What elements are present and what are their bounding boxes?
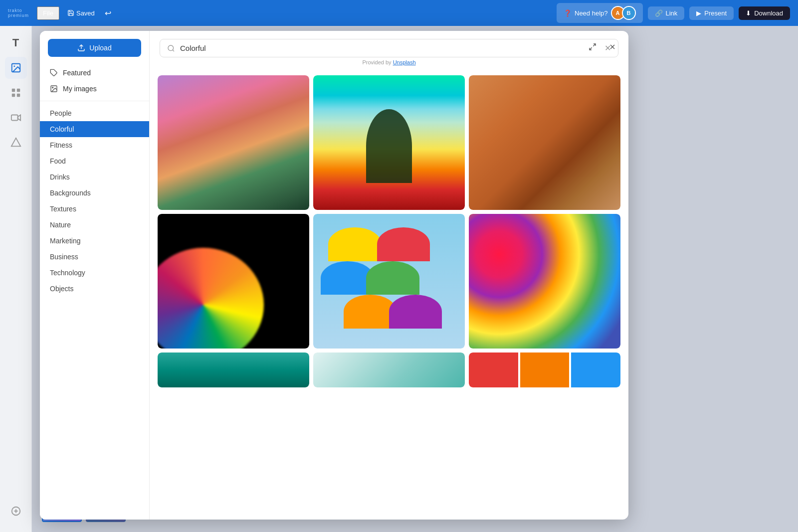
- panel-sidebar: Upload Featured My images People: [40, 31, 150, 520]
- navbar: trakto premium File Saved ↩ ❓ Need help?…: [0, 0, 798, 26]
- expand-icon: [589, 43, 597, 51]
- featured-item[interactable]: Featured: [40, 65, 149, 81]
- image-grid-inner: [158, 75, 620, 387]
- sidebar-item-people[interactable]: People: [40, 105, 149, 121]
- svg-line-18: [590, 47, 592, 50]
- image-tool[interactable]: [5, 57, 27, 79]
- download-icon: ⬇: [746, 9, 751, 17]
- image-placeholder-8: [313, 353, 465, 387]
- present-button[interactable]: ▶ Present: [689, 6, 734, 20]
- text-icon: T: [12, 36, 19, 49]
- link-icon: 🔗: [655, 9, 663, 17]
- sidebar-item-colorful[interactable]: Colorful: [40, 121, 149, 137]
- panel-controls: [585, 39, 620, 55]
- sidebar-divider: [40, 101, 149, 101]
- tag-icon: [50, 69, 58, 77]
- help-button[interactable]: ❓ Need help? A B: [557, 3, 643, 23]
- my-images-item[interactable]: My images: [40, 81, 149, 97]
- app-logo: trakto premium: [8, 8, 29, 18]
- svg-line-16: [173, 50, 174, 51]
- undo-button[interactable]: ↩: [105, 8, 111, 18]
- unsplash-credit: Provided by Unsplash: [160, 57, 618, 67]
- link-label: Link: [666, 9, 678, 17]
- close-icon: [608, 43, 616, 51]
- avatar-2: B: [622, 6, 636, 20]
- svg-marker-7: [11, 138, 20, 147]
- cloud-save-icon: [67, 9, 74, 16]
- download-label: Download: [754, 9, 783, 17]
- present-icon: ▶: [696, 9, 701, 17]
- link-button[interactable]: 🔗 Link: [648, 6, 685, 20]
- app-subtitle: premium: [8, 13, 29, 18]
- svg-rect-6: [11, 115, 17, 121]
- sidebar-item-business[interactable]: Business: [40, 249, 149, 265]
- grid-image-4[interactable]: [158, 214, 309, 349]
- main-area: T: [0, 26, 798, 532]
- image-placeholder-5: [313, 214, 465, 349]
- elements-icon: [10, 87, 21, 98]
- color-swatches: [469, 353, 620, 387]
- panel-header: ✕ Provided by Unsplash: [150, 31, 628, 71]
- download-button[interactable]: ⬇ Download: [739, 6, 790, 20]
- search-bar: ✕: [160, 39, 618, 57]
- video-tool[interactable]: [5, 107, 27, 129]
- svg-rect-2: [11, 89, 14, 92]
- grid-image-5[interactable]: [313, 214, 465, 349]
- saved-label: Saved: [76, 9, 95, 17]
- sidebar-item-fitness[interactable]: Fitness: [40, 137, 149, 153]
- unsplash-link[interactable]: Unsplash: [393, 59, 416, 65]
- image-placeholder-6: [469, 214, 620, 349]
- svg-rect-3: [16, 89, 19, 92]
- more-tool[interactable]: [5, 500, 27, 522]
- grid-image-2[interactable]: [313, 75, 465, 210]
- svg-point-1: [13, 65, 15, 67]
- featured-label: Featured: [63, 69, 91, 77]
- search-input[interactable]: [180, 44, 599, 52]
- grid-image-3[interactable]: [469, 75, 620, 210]
- text-tool[interactable]: T: [5, 32, 27, 54]
- upload-label: Upload: [89, 44, 111, 52]
- shapes-icon: [10, 137, 21, 148]
- grid-image-colors[interactable]: [469, 353, 620, 387]
- saved-indicator: Saved: [67, 9, 95, 17]
- sidebar-item-technology[interactable]: Technology: [40, 265, 149, 281]
- sidebar-item-objects[interactable]: Objects: [40, 281, 149, 297]
- sidebar-item-food[interactable]: Food: [40, 153, 149, 169]
- image-placeholder-4: [158, 214, 309, 349]
- svg-point-14: [52, 87, 53, 88]
- image-grid[interactable]: [150, 71, 628, 520]
- sidebar-item-nature[interactable]: Nature: [40, 217, 149, 233]
- file-menu-button[interactable]: File: [37, 6, 59, 20]
- grid-image-1[interactable]: [158, 75, 309, 210]
- present-label: Present: [704, 9, 727, 17]
- svg-rect-4: [11, 94, 14, 97]
- upload-button[interactable]: Upload: [48, 39, 141, 57]
- sidebar-item-backgrounds[interactable]: Backgrounds: [40, 185, 149, 201]
- grid-image-6[interactable]: [469, 214, 620, 349]
- image-icon: [10, 62, 21, 73]
- help-icon: ❓: [564, 9, 572, 17]
- app-name: trakto: [8, 8, 29, 13]
- close-button[interactable]: [604, 39, 620, 55]
- more-icon: [10, 506, 21, 517]
- help-label: Need help?: [575, 9, 608, 17]
- avatar-group: A B: [611, 6, 636, 20]
- svg-line-17: [593, 44, 596, 46]
- shapes-tool[interactable]: [5, 132, 27, 154]
- image-placeholder-1: [158, 75, 309, 210]
- video-icon: [10, 112, 21, 123]
- provided-by-text: Provided by: [362, 59, 393, 65]
- my-images-icon: [50, 85, 58, 93]
- svg-point-15: [168, 45, 174, 51]
- sidebar-item-textures[interactable]: Textures: [40, 201, 149, 217]
- expand-button[interactable]: [585, 39, 600, 55]
- sidebar-item-marketing[interactable]: Marketing: [40, 233, 149, 249]
- grid-image-8[interactable]: [313, 353, 465, 387]
- my-images-label: My images: [63, 85, 97, 93]
- svg-rect-5: [16, 94, 19, 97]
- sidebar-item-drinks[interactable]: Drinks: [40, 169, 149, 185]
- panel-main: ✕ Provided by Unsplash: [150, 31, 628, 520]
- grid-image-7[interactable]: [158, 353, 309, 387]
- upload-icon: [77, 44, 85, 52]
- elements-tool[interactable]: [5, 82, 27, 104]
